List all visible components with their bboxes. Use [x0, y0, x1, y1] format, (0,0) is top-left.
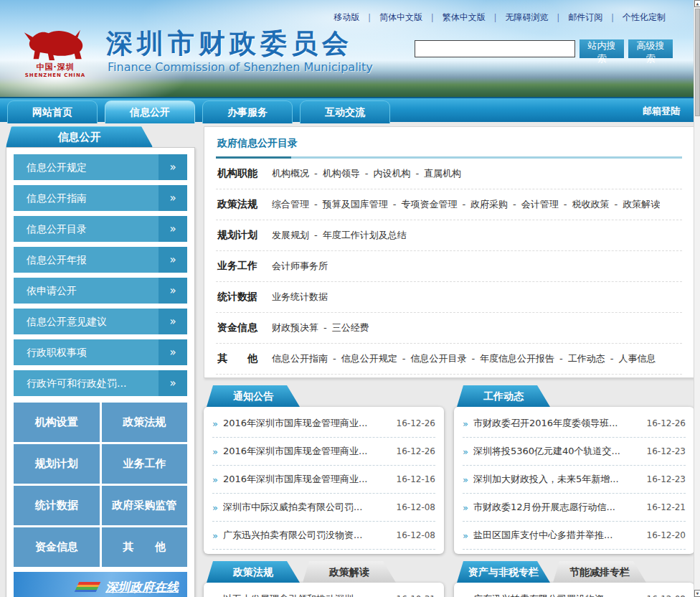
sidebar-grid-button[interactable]: 统计数据 [14, 486, 100, 525]
sidebar-menu-item[interactable]: 行政许可和行政处罚...» [14, 370, 187, 396]
topbar-link[interactable]: 移动版 [334, 12, 359, 22]
directory-link[interactable]: 税收政策 [572, 199, 610, 210]
work-news-list: »市财政委召开2016年度委领导班...16-12-26»深圳将投5360亿元建… [454, 407, 694, 554]
directory-link[interactable]: 综合管理 [272, 199, 309, 210]
directory-link[interactable]: 发展规划 [272, 230, 309, 240]
news-link[interactable]: 盐田区国库支付中心多措并举推... [473, 529, 641, 542]
news-link[interactable]: 以五大发展理念引领和推动深圳... [223, 593, 391, 597]
news-date: 16-10-31 [397, 594, 435, 597]
arrow-bullet-icon: » [212, 502, 218, 513]
directory-link[interactable]: 内设机构 [373, 168, 410, 179]
separator: ｜ [428, 12, 437, 22]
nav-tab-services[interactable]: 办事服务 [202, 100, 293, 123]
directory-link[interactable]: 人事信息 [619, 353, 656, 364]
directory-link[interactable]: 年度信息公开报告 [480, 353, 554, 364]
notices-panel: 通知公告 »2016年深圳市国库现金管理商业...16-12-26»2016年深… [204, 385, 444, 554]
topbar-link[interactable]: 个性化定制 [623, 12, 666, 22]
sidebar-header-tab: 信息公开 [6, 126, 153, 147]
sidebar-grid-button[interactable]: 政策法规 [102, 403, 188, 442]
sidebar-menu-item[interactable]: 信息公开指南» [14, 185, 187, 211]
directory-link[interactable]: 信息公开目录 [410, 353, 466, 364]
scrollbar-down-arrow-icon[interactable]: ▼ [694, 590, 700, 597]
sidebar-menu-item[interactable]: 信息公开意见建议» [14, 309, 187, 334]
sidebar-menu-item[interactable]: 信息公开目录» [14, 216, 187, 242]
dash-separator: - [314, 230, 318, 240]
directory-link[interactable]: 机构概况 [272, 168, 309, 179]
directory-link[interactable]: 会计管理 [521, 199, 559, 210]
search-input[interactable] [415, 40, 575, 57]
directory-link[interactable]: 会计师事务所 [272, 260, 328, 271]
sidebar-grid-button[interactable]: 资金信息 [14, 527, 100, 567]
directory-link[interactable]: 直属机构 [424, 168, 461, 179]
policy-tab-active[interactable]: 政策法规 [207, 561, 300, 583]
news-link[interactable]: 广东迅兴拍卖有限公司罚没物资... [223, 529, 391, 542]
notices-tab[interactable]: 通知公告 [207, 385, 300, 407]
sidebar-grid-button[interactable]: 业务工作 [102, 444, 188, 484]
scrollbar-thumb[interactable] [695, 9, 700, 116]
site-search-button[interactable]: 站内搜索 [580, 39, 624, 58]
sidebar-grid-button[interactable]: 机构设置 [14, 403, 100, 442]
dash-separator: - [314, 199, 318, 210]
site-logo[interactable]: 中国·深圳 SHENZHEN CHINA [11, 26, 99, 85]
news-panels-row: 通知公告 »2016年深圳市国库现金管理商业...16-12-26»2016年深… [204, 385, 694, 554]
dash-separator: - [462, 199, 465, 210]
sidebar-menu-item[interactable]: 依申请公开» [14, 278, 187, 304]
directory-link[interactable]: 业务统计数据 [272, 291, 328, 302]
topbar-links: 移动版｜简体中文版｜繁体中文版｜无障碍浏览｜邮件订阅｜个性化定制 [329, 11, 670, 24]
double-arrow-icon: » [159, 216, 187, 242]
directory-link[interactable]: 财政预决算 [272, 322, 318, 333]
policy-tab-inactive[interactable]: 政策解读 [303, 561, 396, 583]
nav-tab-info-disclosure[interactable]: 信息公开 [105, 100, 195, 123]
news-link[interactable]: 市财政委12月份开展志愿行动信... [473, 501, 641, 514]
topbar-link[interactable]: 邮件订阅 [568, 12, 602, 22]
topbar-link[interactable]: 无障碍浏览 [505, 12, 548, 22]
news-link[interactable]: 广东迅兴拍卖有限公司罚没物资... [473, 593, 641, 597]
news-link[interactable]: 2016年深圳市国库现金管理商业... [223, 445, 391, 458]
directory-link[interactable]: 政府采购 [470, 199, 508, 210]
special-tab-inactive[interactable]: 节能减排专栏 [553, 561, 646, 583]
news-date: 16-12-20 [647, 530, 686, 540]
directory-category-label: 资金信息 [217, 321, 272, 334]
sidebar-grid-button[interactable]: 其 他 [102, 527, 188, 567]
directory-link[interactable]: 年度工作计划及总结 [323, 230, 407, 240]
news-date: 16-12-16 [397, 474, 435, 484]
sidebar-grid-button[interactable]: 规划计划 [14, 444, 100, 484]
nav-tab-interaction[interactable]: 互动交流 [300, 100, 390, 123]
directory-link[interactable]: 信息公开规定 [341, 353, 397, 364]
nav-tab-home[interactable]: 网站首页 [7, 100, 98, 123]
dash-separator: - [610, 353, 614, 364]
sidebar-menu-item[interactable]: 行政职权事项» [14, 339, 187, 365]
special-tab-active[interactable]: 资产与非税专栏 [457, 561, 550, 583]
news-link[interactable]: 市财政委召开2016年度委领导班... [473, 417, 641, 430]
topbar-link[interactable]: 繁体中文版 [443, 12, 486, 22]
advanced-search-button[interactable]: 高级搜索 [628, 39, 673, 58]
directory-category-label: 统计数据 [217, 291, 272, 304]
sidebar-menu-item[interactable]: 信息公开规定» [14, 154, 187, 180]
directory-link[interactable]: 三公经费 [332, 322, 369, 333]
news-link[interactable]: 2016年深圳市国库现金管理商业... [223, 473, 391, 486]
directory-link[interactable]: 机构领导 [323, 168, 360, 179]
separator: ｜ [491, 12, 500, 22]
news-link[interactable]: 深圳将投5360亿元建40个轨道交... [473, 445, 641, 458]
news-item: »广东迅兴拍卖有限公司罚没物资...16-12-08 [212, 522, 435, 550]
sidebar-grid-button[interactable]: 政府采购监管 [102, 486, 188, 525]
scrollbar[interactable]: ▲ ▼ [694, 0, 700, 597]
news-date: 16-12-08 [397, 502, 435, 512]
news-link[interactable]: 深圳加大财政投入，未来5年新增... [473, 473, 641, 486]
shenzhen-gov-online-banner[interactable]: 深圳政府在线 [14, 572, 187, 597]
directory-link[interactable]: 政策解读 [623, 199, 660, 210]
dash-separator: - [615, 199, 618, 210]
directory-link[interactable]: 专项资金管理 [401, 199, 457, 210]
news-link[interactable]: 2016年深圳市国库现金管理商业... [223, 417, 391, 430]
topbar-link[interactable]: 简体中文版 [379, 12, 422, 22]
directory-link[interactable]: 工作动态 [568, 353, 605, 364]
directory-link[interactable]: 预算及国库管理 [323, 199, 388, 210]
directory-link[interactable]: 信息公开指南 [272, 353, 328, 364]
work-news-tab[interactable]: 工作动态 [457, 385, 550, 407]
news-link[interactable]: 深圳市中际汉威拍卖有限公司罚... [223, 501, 391, 514]
scrollbar-up-arrow-icon[interactable]: ▲ [694, 0, 700, 7]
news-date: 16-12-08 [647, 594, 686, 597]
directory-category-label: 机构职能 [217, 167, 272, 180]
sidebar-menu-item[interactable]: 信息公开年报» [14, 247, 187, 273]
email-login-link[interactable]: 邮箱登陆 [643, 98, 680, 123]
